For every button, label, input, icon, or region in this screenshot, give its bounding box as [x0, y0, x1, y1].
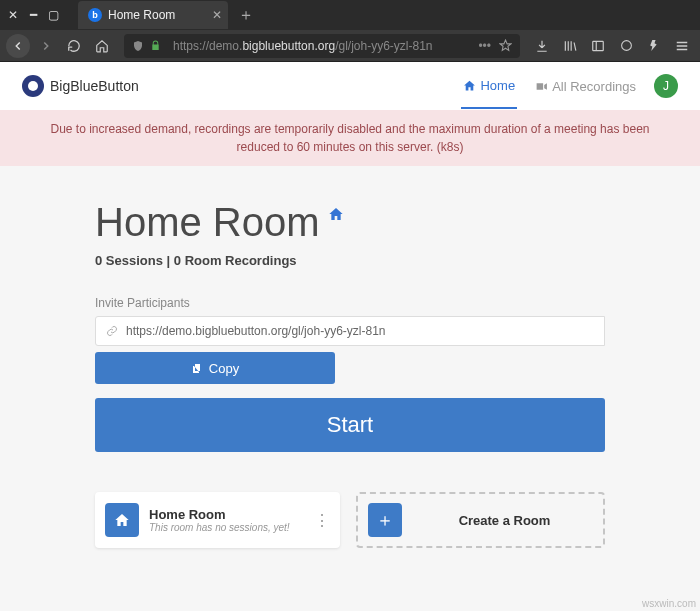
- tab-favicon: b: [88, 8, 102, 22]
- link-icon: [106, 325, 118, 337]
- forward-button[interactable]: [34, 34, 58, 58]
- video-icon: [535, 80, 548, 93]
- room-title: Home Room: [95, 200, 320, 245]
- copy-button[interactable]: Copy: [95, 352, 335, 384]
- user-avatar[interactable]: J: [654, 74, 678, 98]
- room-card-subtitle: This room has no sessions, yet!: [149, 522, 290, 533]
- url-text: https://demo.bigbluebutton.org/gl/joh-yy…: [173, 39, 433, 53]
- nav-recordings-label: All Recordings: [552, 79, 636, 94]
- room-card-menu-icon[interactable]: ⋮: [314, 511, 330, 530]
- invite-url-input[interactable]: https://demo.bigbluebutton.org/gl/joh-yy…: [95, 316, 605, 346]
- brand-name: BigBlueButton: [50, 78, 139, 94]
- nav-home-label: Home: [480, 78, 515, 93]
- main-content: Home Room 0 Sessions | 0 Room Recordings…: [0, 166, 700, 548]
- copy-icon: [191, 362, 203, 374]
- start-label: Start: [327, 412, 373, 438]
- window-minimize-icon[interactable]: ━: [26, 8, 40, 22]
- system-alert: Due to increased demand, recordings are …: [0, 110, 700, 166]
- watermark: wsxwin.com: [642, 598, 696, 609]
- copy-label: Copy: [209, 361, 239, 376]
- create-room-label: Create a Room: [416, 513, 593, 528]
- window-maximize-icon[interactable]: ▢: [46, 8, 60, 22]
- room-card-icon: [105, 503, 139, 537]
- home-icon: [328, 206, 344, 222]
- brand-logo-icon: [22, 75, 44, 97]
- downloads-icon[interactable]: [530, 34, 554, 58]
- app-navbar: BigBlueButton Home All Recordings J: [0, 62, 700, 110]
- room-header: Home Room: [95, 200, 605, 245]
- create-room-card[interactable]: ＋ Create a Room: [356, 492, 605, 548]
- extension-icon-2[interactable]: [642, 34, 666, 58]
- brand-logo[interactable]: BigBlueButton: [22, 75, 139, 97]
- page: BigBlueButton Home All Recordings J Due …: [0, 62, 700, 548]
- lock-icon: [150, 40, 161, 51]
- room-card-title: Home Room: [149, 507, 290, 522]
- svg-rect-0: [593, 41, 604, 50]
- home-icon: [463, 79, 476, 92]
- library-icon[interactable]: [558, 34, 582, 58]
- reload-button[interactable]: [62, 34, 86, 58]
- home-button[interactable]: [90, 34, 114, 58]
- room-subtitle: 0 Sessions | 0 Room Recordings: [95, 253, 605, 268]
- extension-icon-1[interactable]: [614, 34, 638, 58]
- url-bar[interactable]: https://demo.bigbluebutton.org/gl/joh-yy…: [124, 34, 520, 58]
- nav-recordings-link[interactable]: All Recordings: [535, 79, 636, 94]
- window-titlebar: ✕ ━ ▢ b Home Room ✕ ＋: [0, 0, 700, 30]
- room-card[interactable]: Home Room This room has no sessions, yet…: [95, 492, 340, 548]
- bookmark-icon[interactable]: [499, 39, 512, 52]
- plus-icon: ＋: [368, 503, 402, 537]
- window-close-icon[interactable]: ✕: [6, 8, 20, 22]
- browser-toolbar: https://demo.bigbluebutton.org/gl/joh-yy…: [0, 30, 700, 62]
- new-tab-button[interactable]: ＋: [238, 5, 254, 26]
- invite-url-text: https://demo.bigbluebutton.org/gl/joh-yy…: [126, 324, 385, 338]
- back-button[interactable]: [6, 34, 30, 58]
- menu-icon[interactable]: [670, 34, 694, 58]
- invite-label: Invite Participants: [95, 296, 605, 310]
- tab-close-icon[interactable]: ✕: [212, 8, 222, 22]
- start-button[interactable]: Start: [95, 398, 605, 452]
- tab-title: Home Room: [108, 8, 175, 22]
- sidebar-icon[interactable]: [586, 34, 610, 58]
- url-more-icon[interactable]: •••: [478, 39, 491, 53]
- svg-point-1: [621, 41, 631, 51]
- browser-tab[interactable]: b Home Room ✕: [78, 1, 228, 29]
- shield-icon: [132, 40, 144, 52]
- nav-home-link[interactable]: Home: [461, 64, 517, 109]
